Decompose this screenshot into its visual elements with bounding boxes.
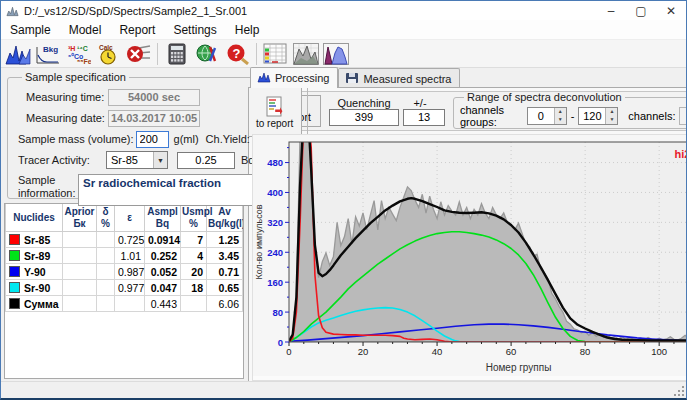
channels-groups-label: channels groups: xyxy=(460,104,523,128)
ch-yield-label: Ch.Yield: xyxy=(206,133,250,145)
menu-item-settings[interactable]: Settings xyxy=(164,21,225,39)
svg-text:¹⁴C: ¹⁴C xyxy=(77,45,88,52)
groups-to-spinner[interactable]: ▲▼ xyxy=(578,107,618,125)
nuclide-name: Y-90 xyxy=(24,266,46,278)
to-report-button-left[interactable]: to report xyxy=(248,87,302,137)
chevron-down-icon[interactable]: ▼ xyxy=(153,152,167,168)
nuclide-color-swatch xyxy=(9,234,20,245)
processing-toolbar: to report Quenching +/- Range of s xyxy=(252,91,687,131)
svg-text:Номер группы: Номер группы xyxy=(486,362,552,373)
table-cell: 0.71 xyxy=(207,264,243,280)
tracer-activity-label: Tracer Activity: xyxy=(18,154,106,166)
tab-measured-spectra[interactable]: Measured spectra xyxy=(338,68,460,88)
table-row[interactable]: Сумма0.4436.06 xyxy=(6,296,245,312)
table-cell xyxy=(97,248,115,264)
table-row[interactable]: Sr-850.7250.091471.2512 xyxy=(6,232,245,248)
table-cell: 0.725 xyxy=(115,232,145,248)
table-row[interactable]: Sr-891.010.25243.4511 xyxy=(6,248,245,264)
table-cell: 0.987 xyxy=(115,264,145,280)
svg-text:Bkg: Bkg xyxy=(43,45,58,54)
table-cell xyxy=(63,264,97,280)
sample-info-label: Sample information: xyxy=(18,174,78,200)
menu-item-model[interactable]: Model xyxy=(60,21,111,39)
table-cell xyxy=(243,296,245,312)
background-spectrum-icon[interactable]: Bkg xyxy=(33,41,63,67)
svg-text:0: 0 xyxy=(286,346,291,357)
spectrum-icon[interactable] xyxy=(3,41,33,67)
table-cell: 6.06 xyxy=(207,296,243,312)
title-bar[interactable]: D:/_vs12/SD/SpD/Spectrs/Sample2_1_Sr.001… xyxy=(1,1,686,20)
report-page-icon xyxy=(264,96,286,118)
close-button[interactable]: ✕ xyxy=(656,1,686,20)
nuclide-name: Sr-89 xyxy=(24,250,50,262)
resize-grip[interactable] xyxy=(673,385,684,396)
spin-up-icon[interactable]: ▲ xyxy=(606,108,617,116)
groups-to-input[interactable] xyxy=(579,108,605,124)
svg-text:320: 320 xyxy=(267,217,283,228)
range-deconvolution-group: Range of spectra deconvolution channels … xyxy=(453,91,687,129)
spectra-view-icon[interactable] xyxy=(321,41,351,67)
report-table-icon[interactable] xyxy=(261,41,291,67)
calculator-icon[interactable] xyxy=(162,41,192,67)
table-cell: 20 xyxy=(181,264,207,280)
toolbar-separator xyxy=(256,43,257,65)
calc-activity-icon[interactable]: Calc xyxy=(93,41,123,67)
nuclide-name: Sr-85 xyxy=(24,234,50,246)
table-cell: 0.0914 xyxy=(145,232,181,248)
status-bar xyxy=(1,381,686,398)
table-cell: 7 xyxy=(181,232,207,248)
maximize-button[interactable]: ▢ xyxy=(626,1,656,20)
tab-label: Measured spectra xyxy=(363,73,451,85)
svg-text:⁵⁵Fe: ⁵⁵Fe xyxy=(77,58,91,65)
nuclide-table[interactable]: NuclidesAprior Бкδ %εAsmpl BqUsmpl %Av B… xyxy=(5,204,244,312)
toolbar: Bkg³H¹⁴C⁶⁰Co⁵⁵FeCalc? xyxy=(1,40,686,68)
table-cell xyxy=(115,296,145,312)
svg-text:Кол-во импульсов: Кол-во импульсов xyxy=(254,204,264,279)
nuclide-color-swatch xyxy=(9,266,20,277)
table-cell: 1.25 xyxy=(207,232,243,248)
table-cell xyxy=(97,264,115,280)
spin-down-icon[interactable]: ▼ xyxy=(555,116,566,124)
table-row[interactable]: Y-900.9870.052200.7122 xyxy=(6,264,245,280)
menu-item-report[interactable]: Report xyxy=(110,21,164,39)
table-cell: 0.052 xyxy=(145,264,181,280)
quenching-label: Quenching xyxy=(329,97,399,109)
help-search-icon[interactable]: ? xyxy=(222,41,252,67)
left-panel: Sample specification Measuring time: 540… xyxy=(1,68,248,381)
app-icon xyxy=(6,5,19,17)
svg-text:60: 60 xyxy=(506,346,517,357)
table-cell xyxy=(63,248,97,264)
table-cell: 0.047 xyxy=(145,280,181,296)
stop-calculation-icon[interactable] xyxy=(123,41,153,67)
svg-text:20: 20 xyxy=(358,346,369,357)
menu-item-sample[interactable]: Sample xyxy=(1,21,60,39)
sample-mass-input[interactable] xyxy=(136,131,169,148)
channels-label: channels: xyxy=(628,110,675,122)
tab-bar: ProcessingMeasured spectra xyxy=(248,68,687,88)
settings-tools-icon[interactable] xyxy=(192,41,222,67)
spectra-report-icon[interactable] xyxy=(291,41,321,67)
tracer-nuclide-select[interactable]: Sr-85 ▼ xyxy=(106,151,168,169)
tab-processing[interactable]: Processing xyxy=(250,67,338,88)
table-cell: 22 xyxy=(243,264,245,280)
spin-down-icon[interactable]: ▼ xyxy=(606,116,617,124)
minimize-button[interactable]: – xyxy=(596,1,626,20)
svg-text:?: ? xyxy=(233,45,241,60)
spin-up-icon[interactable]: ▲ xyxy=(555,108,566,116)
sample-mass-label: Sample mass (volume): xyxy=(18,133,134,145)
quenching-input[interactable] xyxy=(329,109,399,126)
measuring-time-label: Measuring time: xyxy=(26,91,108,103)
tracer-activity-input[interactable] xyxy=(177,152,235,169)
quenching-pm-input[interactable] xyxy=(403,109,445,126)
groups-from-spinner[interactable]: ▲▼ xyxy=(527,107,567,125)
channels-from-value: 0 xyxy=(679,107,687,125)
table-row[interactable]: Sr-900.9770.047180.6521 xyxy=(6,280,245,296)
chi2-annotation: hi2=3.1>1.15 xyxy=(675,148,687,160)
table-cell: 0.252 xyxy=(145,248,181,264)
svg-text:240: 240 xyxy=(267,247,283,258)
menu-item-help[interactable]: Help xyxy=(226,21,269,39)
isotopes-icon[interactable]: ³H¹⁴C⁶⁰Co⁵⁵Fe xyxy=(63,41,93,67)
groups-from-input[interactable] xyxy=(528,108,554,124)
spectrum-chart[interactable]: 020406080100120080160240320400480Номер г… xyxy=(252,134,687,381)
measuring-date-value: 14.03.2017 10:05 xyxy=(108,110,200,127)
